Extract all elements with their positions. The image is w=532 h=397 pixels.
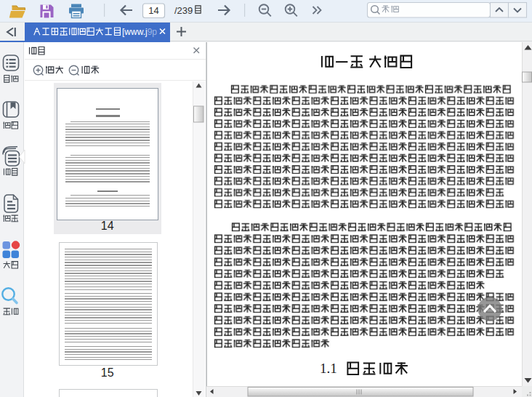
svg-text:1.1: 1.1 — [320, 361, 337, 376]
svg-text:[www.j9p: [www.j9p — [122, 27, 157, 37]
svg-text:14: 14 — [148, 5, 158, 16]
svg-text:/239: /239 — [174, 5, 193, 16]
